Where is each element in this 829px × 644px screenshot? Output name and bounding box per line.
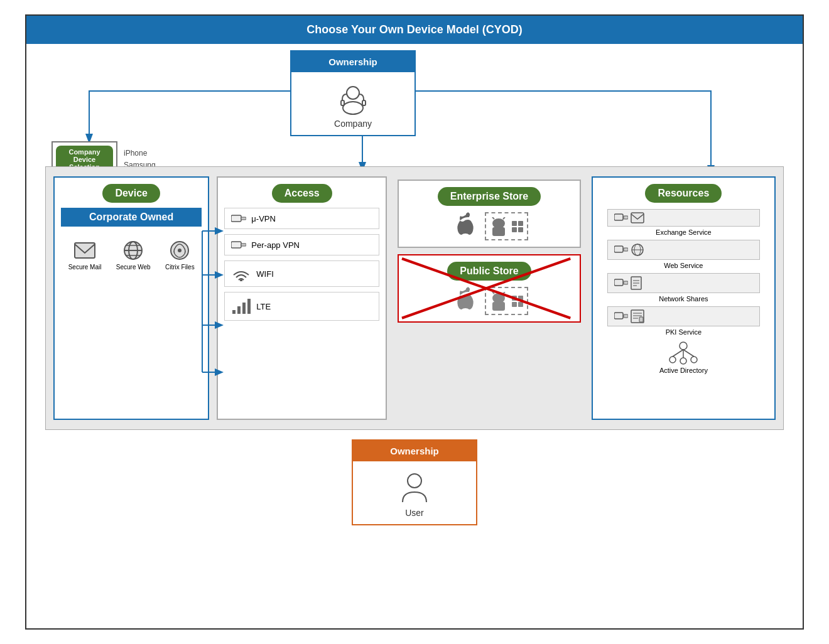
svg-rect-3 <box>362 100 366 105</box>
resources-panel: Resources Exchange Service W <box>592 176 776 420</box>
public-store-icons <box>405 287 573 315</box>
svg-line-71 <box>673 350 683 357</box>
mu-vpn-item: μ-VPN <box>224 208 379 229</box>
svg-rect-31 <box>512 221 517 226</box>
svg-rect-60 <box>614 313 623 319</box>
per-app-vpn-label: Per-app VPN <box>251 240 300 250</box>
svg-rect-54 <box>614 279 623 286</box>
android-head-icon <box>489 217 508 236</box>
svg-line-29 <box>503 217 505 219</box>
svg-line-38 <box>503 292 505 294</box>
user-ownership-title: Ownership <box>353 441 476 461</box>
access-panel: Access <box>217 176 387 420</box>
svg-rect-46 <box>614 214 623 220</box>
svg-rect-22 <box>232 310 236 314</box>
svg-rect-47 <box>624 216 628 219</box>
apple-icon-blocked <box>450 287 479 315</box>
svg-point-67 <box>680 342 687 350</box>
per-app-vpn-item: Per-app VPN <box>224 234 379 255</box>
pki-service-item: PKI Service <box>599 306 768 336</box>
svg-rect-4 <box>75 243 95 258</box>
svg-point-0 <box>347 87 359 99</box>
enterprise-store: Enterprise Store <box>398 180 581 248</box>
web-service-label: Web Service <box>664 262 703 269</box>
exchange-label: Exchange Service <box>656 228 712 236</box>
mu-vpn-label: μ-VPN <box>251 214 276 223</box>
wifi-item: WIFI <box>224 260 379 287</box>
exchange-service-item: Exchange Service <box>599 209 768 236</box>
public-store: Public Store <box>398 254 581 323</box>
ownership-title: Ownership <box>291 51 414 72</box>
svg-rect-32 <box>518 221 523 226</box>
enterprise-store-title: Enterprise Store <box>438 187 541 206</box>
svg-rect-49 <box>614 246 623 252</box>
svg-rect-61 <box>624 314 628 318</box>
user-ownership-box: Ownership User <box>352 439 477 525</box>
svg-rect-18 <box>241 217 246 220</box>
lte-label: LTE <box>256 302 271 311</box>
svg-point-27 <box>492 218 505 228</box>
company-ownership-box: Ownership Company <box>290 50 416 136</box>
android-dashed-box <box>485 212 528 240</box>
web-service-item: Web Service <box>599 240 768 269</box>
ownership-body: Company <box>291 72 414 135</box>
svg-rect-48 <box>631 213 644 223</box>
secure-mail-icon: Secure Mail <box>68 239 102 271</box>
network-shares-label: Network Shares <box>659 295 708 303</box>
svg-rect-42 <box>512 302 517 307</box>
pki-label: PKI Service <box>666 328 702 336</box>
svg-point-1 <box>343 102 363 114</box>
active-directory-label: Active Directory <box>659 367 708 374</box>
outer-frame: Choose Your Own Device Model (CYOD) <box>25 14 804 630</box>
enterprise-store-icons <box>405 212 573 240</box>
svg-rect-2 <box>341 100 344 105</box>
company-label: Company <box>334 119 372 129</box>
svg-rect-30 <box>492 227 505 236</box>
store-panel: Enterprise Store <box>394 176 584 420</box>
device-title: Device <box>102 184 160 203</box>
apple-icon <box>450 212 479 240</box>
svg-line-72 <box>683 350 694 357</box>
lte-item: LTE <box>224 292 379 321</box>
svg-point-26 <box>466 213 470 217</box>
svg-point-11 <box>178 249 182 252</box>
main-gray-area: Device Corporate Owned Secure Mail <box>45 166 784 430</box>
svg-rect-50 <box>624 248 628 251</box>
user-ownership-body: User <box>353 461 476 524</box>
user-ownership-container: Ownership User <box>45 439 784 525</box>
svg-rect-24 <box>242 303 246 314</box>
user-label: User <box>405 508 424 518</box>
citrix-files-icon: Citrix Files <box>165 239 195 271</box>
svg-rect-41 <box>518 296 523 301</box>
svg-point-68 <box>669 357 676 363</box>
access-title: Access <box>272 184 332 203</box>
wifi-label: WIFI <box>256 269 273 279</box>
diagram-area: Ownership Company <box>26 44 803 538</box>
svg-rect-39 <box>492 302 505 311</box>
resources-title: Resources <box>645 184 722 203</box>
public-store-title: Public Store <box>447 262 531 281</box>
svg-rect-40 <box>512 296 517 301</box>
corporate-owned-badge: Corporate Owned <box>61 208 202 227</box>
active-directory-icon <box>668 340 699 365</box>
active-directory-item: Active Directory <box>599 340 768 374</box>
svg-line-28 <box>492 217 494 219</box>
company-person-icon <box>336 82 371 116</box>
network-shares-item: Network Shares <box>599 273 768 303</box>
svg-rect-19 <box>231 242 241 248</box>
svg-rect-33 <box>512 227 517 232</box>
svg-rect-25 <box>247 299 251 314</box>
android-dashed-blocked <box>485 287 528 315</box>
svg-point-36 <box>492 293 505 303</box>
secure-web-icon: Secure Web <box>116 239 151 271</box>
svg-point-35 <box>466 287 470 291</box>
svg-rect-66 <box>639 317 643 322</box>
svg-rect-34 <box>518 227 523 232</box>
svg-rect-17 <box>231 215 241 222</box>
svg-rect-20 <box>241 244 246 246</box>
title-bar: Choose Your Own Device Model (CYOD) <box>26 16 803 44</box>
title-text: Choose Your Own Device Model (CYOD) <box>306 23 522 36</box>
svg-rect-55 <box>624 281 628 284</box>
user-person-icon <box>399 471 430 505</box>
device-panel: Device Corporate Owned Secure Mail <box>53 176 209 420</box>
